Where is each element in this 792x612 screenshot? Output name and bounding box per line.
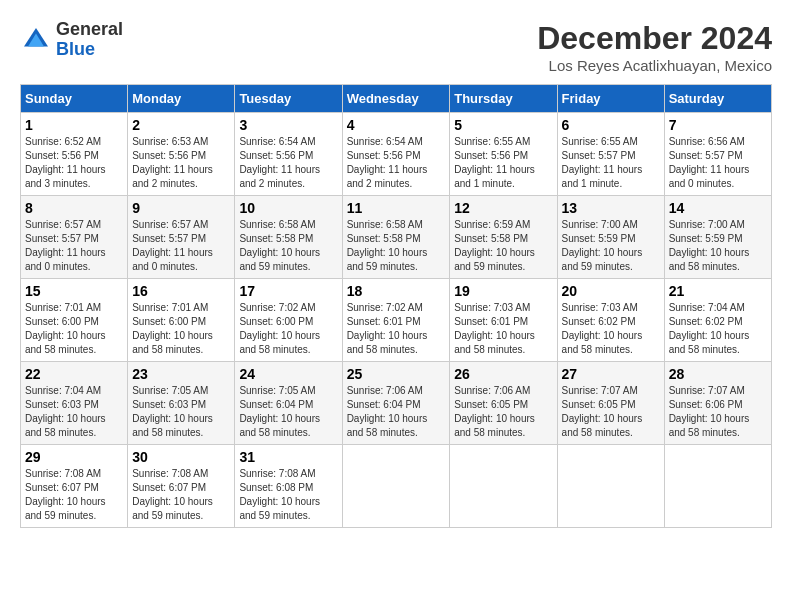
weekday-header: Sunday [21, 85, 128, 113]
day-info: Sunrise: 7:04 AM Sunset: 6:02 PM Dayligh… [669, 301, 767, 357]
day-number: 21 [669, 283, 767, 299]
day-number: 31 [239, 449, 337, 465]
weekday-header: Saturday [664, 85, 771, 113]
calendar-cell [450, 445, 557, 528]
day-info: Sunrise: 6:55 AM Sunset: 5:56 PM Dayligh… [454, 135, 552, 191]
day-number: 1 [25, 117, 123, 133]
calendar-cell: 27 Sunrise: 7:07 AM Sunset: 6:05 PM Dayl… [557, 362, 664, 445]
logo: General Blue [20, 20, 123, 60]
day-info: Sunrise: 6:52 AM Sunset: 5:56 PM Dayligh… [25, 135, 123, 191]
day-info: Sunrise: 6:54 AM Sunset: 5:56 PM Dayligh… [347, 135, 446, 191]
day-number: 11 [347, 200, 446, 216]
day-number: 3 [239, 117, 337, 133]
calendar-cell: 30 Sunrise: 7:08 AM Sunset: 6:07 PM Dayl… [128, 445, 235, 528]
calendar-cell: 26 Sunrise: 7:06 AM Sunset: 6:05 PM Dayl… [450, 362, 557, 445]
weekday-header: Tuesday [235, 85, 342, 113]
day-number: 12 [454, 200, 552, 216]
day-number: 26 [454, 366, 552, 382]
day-number: 22 [25, 366, 123, 382]
day-number: 13 [562, 200, 660, 216]
day-info: Sunrise: 6:57 AM Sunset: 5:57 PM Dayligh… [25, 218, 123, 274]
logo-text: General Blue [56, 20, 123, 60]
day-info: Sunrise: 7:08 AM Sunset: 6:07 PM Dayligh… [132, 467, 230, 523]
weekday-header: Friday [557, 85, 664, 113]
day-number: 20 [562, 283, 660, 299]
calendar-cell: 2 Sunrise: 6:53 AM Sunset: 5:56 PM Dayli… [128, 113, 235, 196]
day-number: 4 [347, 117, 446, 133]
day-info: Sunrise: 6:53 AM Sunset: 5:56 PM Dayligh… [132, 135, 230, 191]
day-number: 30 [132, 449, 230, 465]
page-header: General Blue December 2024 Los Reyes Aca… [20, 20, 772, 74]
day-number: 8 [25, 200, 123, 216]
calendar-cell: 28 Sunrise: 7:07 AM Sunset: 6:06 PM Dayl… [664, 362, 771, 445]
calendar-cell: 5 Sunrise: 6:55 AM Sunset: 5:56 PM Dayli… [450, 113, 557, 196]
day-info: Sunrise: 7:00 AM Sunset: 5:59 PM Dayligh… [669, 218, 767, 274]
calendar-cell: 18 Sunrise: 7:02 AM Sunset: 6:01 PM Dayl… [342, 279, 450, 362]
day-number: 24 [239, 366, 337, 382]
day-info: Sunrise: 7:01 AM Sunset: 6:00 PM Dayligh… [132, 301, 230, 357]
calendar-week-row: 8 Sunrise: 6:57 AM Sunset: 5:57 PM Dayli… [21, 196, 772, 279]
calendar-cell: 6 Sunrise: 6:55 AM Sunset: 5:57 PM Dayli… [557, 113, 664, 196]
day-info: Sunrise: 7:07 AM Sunset: 6:06 PM Dayligh… [669, 384, 767, 440]
day-info: Sunrise: 7:07 AM Sunset: 6:05 PM Dayligh… [562, 384, 660, 440]
day-info: Sunrise: 7:06 AM Sunset: 6:04 PM Dayligh… [347, 384, 446, 440]
calendar-cell: 10 Sunrise: 6:58 AM Sunset: 5:58 PM Dayl… [235, 196, 342, 279]
day-number: 2 [132, 117, 230, 133]
day-info: Sunrise: 7:03 AM Sunset: 6:01 PM Dayligh… [454, 301, 552, 357]
calendar-cell: 31 Sunrise: 7:08 AM Sunset: 6:08 PM Dayl… [235, 445, 342, 528]
day-info: Sunrise: 7:06 AM Sunset: 6:05 PM Dayligh… [454, 384, 552, 440]
calendar-cell: 3 Sunrise: 6:54 AM Sunset: 5:56 PM Dayli… [235, 113, 342, 196]
calendar-cell: 8 Sunrise: 6:57 AM Sunset: 5:57 PM Dayli… [21, 196, 128, 279]
calendar-table: SundayMondayTuesdayWednesdayThursdayFrid… [20, 84, 772, 528]
day-info: Sunrise: 7:08 AM Sunset: 6:08 PM Dayligh… [239, 467, 337, 523]
day-number: 5 [454, 117, 552, 133]
day-number: 7 [669, 117, 767, 133]
title-block: December 2024 Los Reyes Acatlixhuayan, M… [537, 20, 772, 74]
calendar-cell: 11 Sunrise: 6:58 AM Sunset: 5:58 PM Dayl… [342, 196, 450, 279]
day-info: Sunrise: 6:57 AM Sunset: 5:57 PM Dayligh… [132, 218, 230, 274]
day-info: Sunrise: 7:08 AM Sunset: 6:07 PM Dayligh… [25, 467, 123, 523]
location-title: Los Reyes Acatlixhuayan, Mexico [537, 57, 772, 74]
day-info: Sunrise: 6:58 AM Sunset: 5:58 PM Dayligh… [239, 218, 337, 274]
calendar-cell: 13 Sunrise: 7:00 AM Sunset: 5:59 PM Dayl… [557, 196, 664, 279]
day-number: 10 [239, 200, 337, 216]
calendar-cell: 1 Sunrise: 6:52 AM Sunset: 5:56 PM Dayli… [21, 113, 128, 196]
month-title: December 2024 [537, 20, 772, 57]
day-info: Sunrise: 7:03 AM Sunset: 6:02 PM Dayligh… [562, 301, 660, 357]
day-info: Sunrise: 6:59 AM Sunset: 5:58 PM Dayligh… [454, 218, 552, 274]
day-number: 29 [25, 449, 123, 465]
calendar-cell: 12 Sunrise: 6:59 AM Sunset: 5:58 PM Dayl… [450, 196, 557, 279]
calendar-week-row: 22 Sunrise: 7:04 AM Sunset: 6:03 PM Dayl… [21, 362, 772, 445]
calendar-cell: 14 Sunrise: 7:00 AM Sunset: 5:59 PM Dayl… [664, 196, 771, 279]
day-number: 18 [347, 283, 446, 299]
day-info: Sunrise: 6:55 AM Sunset: 5:57 PM Dayligh… [562, 135, 660, 191]
calendar-cell: 24 Sunrise: 7:05 AM Sunset: 6:04 PM Dayl… [235, 362, 342, 445]
calendar-cell: 25 Sunrise: 7:06 AM Sunset: 6:04 PM Dayl… [342, 362, 450, 445]
calendar-cell: 22 Sunrise: 7:04 AM Sunset: 6:03 PM Dayl… [21, 362, 128, 445]
calendar-cell: 7 Sunrise: 6:56 AM Sunset: 5:57 PM Dayli… [664, 113, 771, 196]
calendar-cell: 19 Sunrise: 7:03 AM Sunset: 6:01 PM Dayl… [450, 279, 557, 362]
calendar-cell [557, 445, 664, 528]
day-info: Sunrise: 7:02 AM Sunset: 6:01 PM Dayligh… [347, 301, 446, 357]
calendar-cell: 4 Sunrise: 6:54 AM Sunset: 5:56 PM Dayli… [342, 113, 450, 196]
calendar-cell: 16 Sunrise: 7:01 AM Sunset: 6:00 PM Dayl… [128, 279, 235, 362]
calendar-cell: 15 Sunrise: 7:01 AM Sunset: 6:00 PM Dayl… [21, 279, 128, 362]
calendar-cell: 9 Sunrise: 6:57 AM Sunset: 5:57 PM Dayli… [128, 196, 235, 279]
calendar-cell: 21 Sunrise: 7:04 AM Sunset: 6:02 PM Dayl… [664, 279, 771, 362]
day-number: 25 [347, 366, 446, 382]
calendar-cell: 17 Sunrise: 7:02 AM Sunset: 6:00 PM Dayl… [235, 279, 342, 362]
day-number: 23 [132, 366, 230, 382]
day-number: 16 [132, 283, 230, 299]
day-info: Sunrise: 7:05 AM Sunset: 6:04 PM Dayligh… [239, 384, 337, 440]
calendar-cell [664, 445, 771, 528]
day-number: 14 [669, 200, 767, 216]
weekday-header: Wednesday [342, 85, 450, 113]
day-number: 19 [454, 283, 552, 299]
calendar-cell [342, 445, 450, 528]
day-info: Sunrise: 7:04 AM Sunset: 6:03 PM Dayligh… [25, 384, 123, 440]
calendar-cell: 23 Sunrise: 7:05 AM Sunset: 6:03 PM Dayl… [128, 362, 235, 445]
day-info: Sunrise: 7:01 AM Sunset: 6:00 PM Dayligh… [25, 301, 123, 357]
weekday-header: Monday [128, 85, 235, 113]
logo-icon [20, 24, 52, 56]
day-info: Sunrise: 7:02 AM Sunset: 6:00 PM Dayligh… [239, 301, 337, 357]
